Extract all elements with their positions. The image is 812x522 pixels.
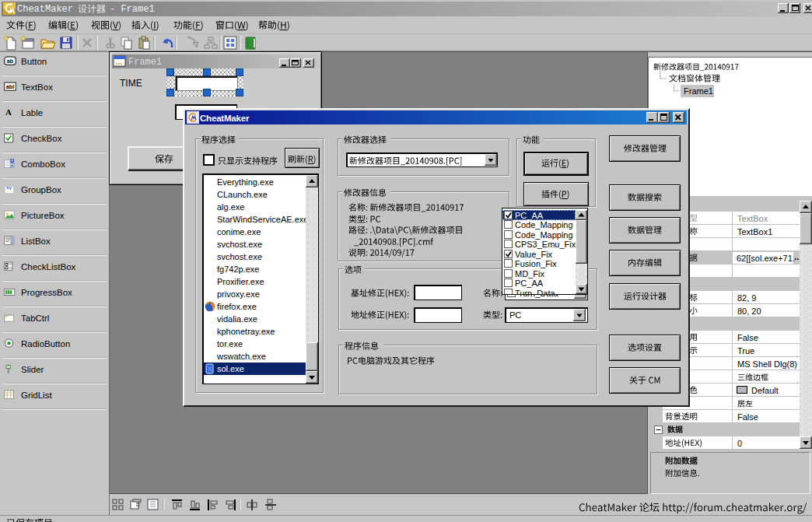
svg-text:ab: ab <box>7 58 14 65</box>
svg-text:xy: xy <box>6 185 12 191</box>
svg-text:A: A <box>5 107 12 117</box>
svg-text:abl: abl <box>6 83 15 90</box>
